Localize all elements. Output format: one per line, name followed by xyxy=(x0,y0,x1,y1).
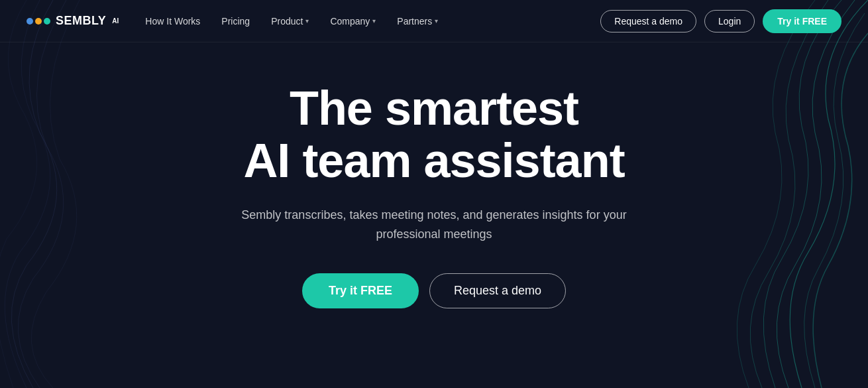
logo[interactable]: SEMBLYAI xyxy=(27,14,119,28)
logo-ai: AI xyxy=(112,17,119,25)
nav-item-how-it-works[interactable]: How It Works xyxy=(145,16,200,27)
nav-actions: Request a demo Login Try it FREE xyxy=(600,9,841,33)
request-demo-button[interactable]: Request a demo xyxy=(600,10,696,32)
navbar: SEMBLYAI How It Works Pricing Product ▾ … xyxy=(0,0,868,42)
chevron-down-icon: ▾ xyxy=(435,17,438,25)
try-free-nav-button[interactable]: Try it FREE xyxy=(763,9,841,33)
chevron-down-icon: ▾ xyxy=(305,17,309,25)
hero-actions: Try it FREE Request a demo xyxy=(302,273,566,308)
try-free-hero-button[interactable]: Try it FREE xyxy=(302,273,419,308)
nav-item-pricing[interactable]: Pricing xyxy=(221,16,250,27)
dot-blue xyxy=(27,18,33,25)
login-button[interactable]: Login xyxy=(704,10,755,32)
hero-title: The smartest AI team assistant xyxy=(243,82,624,187)
hero-subtitle: Sembly transcribes, takes meeting notes,… xyxy=(209,206,659,244)
request-demo-hero-button[interactable]: Request a demo xyxy=(429,273,566,308)
nav-item-product[interactable]: Product ▾ xyxy=(271,16,309,27)
logo-dots xyxy=(27,18,50,25)
logo-text: SEMBLY xyxy=(56,14,106,28)
hero-section: The smartest AI team assistant Sembly tr… xyxy=(0,42,868,342)
dot-yellow xyxy=(35,18,42,25)
chevron-down-icon: ▾ xyxy=(372,17,376,25)
nav-links: How It Works Pricing Product ▾ Company ▾… xyxy=(145,16,600,27)
nav-item-partners[interactable]: Partners ▾ xyxy=(397,16,438,27)
dot-teal xyxy=(44,18,50,25)
nav-item-company[interactable]: Company ▾ xyxy=(330,16,376,27)
